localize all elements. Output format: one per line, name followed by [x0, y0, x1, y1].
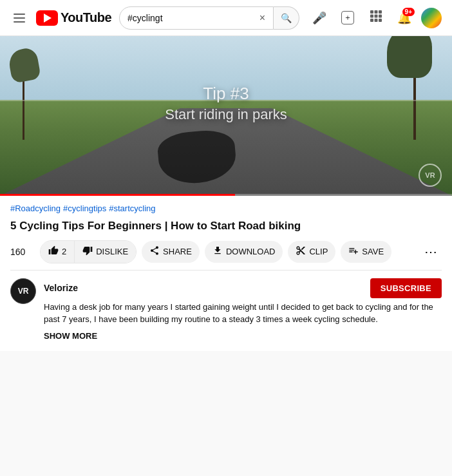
download-button[interactable]: DOWNLOAD — [205, 241, 283, 263]
hashtag-cyclingtips[interactable]: #cyclingtips — [63, 204, 106, 213]
progress-bar-fill — [0, 194, 235, 196]
header: YouTube #cyclingt × 🔍 🎤 ＋ — [0, 0, 452, 36]
clip-label: CLIP — [309, 247, 328, 256]
youtube-logo-icon — [36, 10, 58, 26]
download-icon — [212, 245, 223, 258]
overlay-subtitle-text: Start riding in parks — [165, 106, 287, 123]
search-button[interactable]: 🔍 — [274, 6, 299, 30]
subscribe-button[interactable]: SUBSCRIBE — [370, 278, 442, 298]
view-count: 160 — [10, 247, 30, 257]
svg-rect-6 — [370, 19, 373, 22]
progress-bar[interactable] — [0, 194, 452, 196]
channel-avatar[interactable]: VR — [10, 278, 36, 304]
dislike-button[interactable]: DISLIKE — [75, 241, 136, 263]
svg-rect-3 — [370, 15, 373, 18]
save-label: SAVE — [362, 247, 384, 256]
video-overlay: Tip #3 Start riding in parks — [165, 84, 287, 123]
header-right: 🎤 ＋ 🔔 9+ — [308, 6, 442, 30]
show-more-button[interactable]: SHOW MORE — [44, 328, 97, 343]
notification-badge: 9+ — [402, 8, 415, 16]
like-count: 2 — [62, 247, 66, 256]
hashtag-list: #Roadcycling #cyclingtips #startcycling — [10, 204, 442, 213]
share-button[interactable]: SHARE — [142, 241, 200, 263]
notifications-button[interactable]: 🔔 9+ — [393, 6, 416, 30]
thumb-up-icon — [48, 245, 59, 258]
more-options-button[interactable]: ⋯ — [420, 241, 442, 263]
header-left: YouTube — [10, 9, 111, 27]
svg-rect-5 — [379, 15, 382, 18]
svg-rect-1 — [375, 10, 378, 14]
share-label: SHARE — [163, 247, 192, 256]
overlay-tip-text: Tip #3 — [165, 84, 287, 104]
action-bar: 160 2 DISLIKE — [10, 240, 442, 271]
like-button[interactable]: 2 — [41, 241, 74, 263]
channel-details: Velorize SUBSCRIBE Having a desk job for… — [44, 278, 442, 343]
video-title: 5 Cycling Tips For Beginners | How to St… — [10, 218, 442, 234]
dislike-label: DISLIKE — [96, 247, 128, 256]
share-icon — [149, 245, 160, 258]
video-info: #Roadcycling #cyclingtips #startcycling … — [0, 196, 452, 271]
search-clear-button[interactable]: × — [259, 13, 265, 23]
svg-rect-8 — [379, 19, 382, 22]
search-input-wrapper: #cyclingt × — [119, 6, 274, 30]
channel-info: VR Velorize SUBSCRIBE Having a desk job … — [0, 271, 452, 351]
apps-icon — [370, 10, 382, 25]
channel-name-row: Velorize SUBSCRIBE — [44, 278, 442, 298]
create-icon: ＋ — [341, 11, 354, 24]
save-button[interactable]: SAVE — [341, 241, 391, 263]
vr-text: VR — [425, 171, 435, 179]
tree-left — [23, 68, 24, 140]
search-icon: 🔍 — [281, 13, 292, 23]
tree-right — [413, 52, 416, 140]
download-label: DOWNLOAD — [226, 247, 276, 256]
like-dislike-group: 2 DISLIKE — [40, 240, 137, 263]
hashtag-roadcycling[interactable]: #Roadcycling — [10, 204, 61, 213]
thumb-down-icon — [82, 245, 93, 258]
search-query-text: #cyclingt — [127, 13, 256, 23]
svg-rect-4 — [375, 15, 378, 18]
menu-button[interactable] — [10, 9, 28, 27]
account-avatar-button[interactable] — [421, 8, 442, 28]
svg-rect-0 — [370, 10, 373, 14]
youtube-logo[interactable]: YouTube — [36, 10, 111, 26]
playlist-add-icon — [348, 245, 359, 258]
youtube-logo-text: YouTube — [61, 10, 111, 25]
create-button[interactable]: ＋ — [336, 6, 359, 30]
svg-rect-2 — [379, 10, 382, 14]
channel-description: Having a desk job for many years I start… — [44, 301, 442, 326]
apps-button[interactable] — [364, 6, 388, 30]
scissors-icon — [296, 245, 306, 258]
more-icon: ⋯ — [424, 244, 437, 260]
channel-name[interactable]: Velorize — [44, 283, 78, 293]
clip-button[interactable]: CLIP — [288, 241, 335, 263]
hamburger-icon — [11, 11, 28, 25]
channel-avatar-text: VR — [18, 287, 29, 296]
search-bar: #cyclingt × 🔍 — [119, 6, 299, 30]
video-player[interactable]: Tip #3 Start riding in parks VR — [0, 36, 452, 196]
hashtag-startcycling[interactable]: #startcycling — [109, 204, 155, 213]
vr-watermark: VR — [419, 164, 442, 187]
mic-button[interactable]: 🎤 — [308, 6, 331, 30]
mic-icon: 🎤 — [312, 11, 326, 25]
svg-rect-7 — [375, 19, 378, 22]
